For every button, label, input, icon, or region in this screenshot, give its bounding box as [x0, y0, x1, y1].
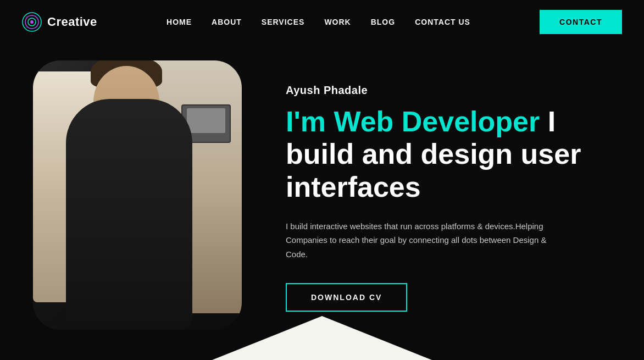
nav-links: HOME ABOUT SERVICES WORK BLOG CONTACT US [166, 17, 470, 27]
nav-item-services[interactable]: SERVICES [262, 18, 305, 26]
nav-item-about[interactable]: ABOUT [212, 18, 242, 26]
navbar: Creative HOME ABOUT SERVICES WORK BLOG C… [0, 0, 644, 44]
nav-item-contact-us[interactable]: CONTACT US [415, 18, 470, 26]
logo-text: Creative [47, 15, 97, 29]
intercom-screen [187, 108, 225, 133]
download-cv-button[interactable]: DOWNLOAD CV [286, 283, 407, 312]
spiral-icon [22, 12, 42, 32]
nav-item-home[interactable]: HOME [166, 18, 192, 26]
nav-item-blog[interactable]: BLOG [371, 18, 395, 26]
logo[interactable]: Creative [22, 12, 97, 32]
hero-name: Ayush Phadale [286, 84, 611, 97]
hero-content: Ayush Phadale I'm Web Developer I build … [286, 79, 611, 312]
hero-title-rest2: interfaces [286, 171, 421, 203]
hero-title: I'm Web Developer I build and design use… [286, 106, 611, 204]
nav-item-work[interactable]: WORK [324, 18, 351, 26]
hero-section: Ayush Phadale I'm Web Developer I build … [0, 44, 644, 330]
hero-title-pipe: I [548, 106, 556, 137]
hero-title-highlight: I'm Web Developer [286, 106, 540, 137]
profile-image-container [33, 60, 242, 330]
hero-title-rest: build and design user [286, 138, 581, 170]
svg-point-3 [30, 20, 34, 24]
person-body [66, 99, 192, 330]
bottom-decoration [212, 316, 432, 360]
profile-image [33, 60, 242, 330]
contact-button[interactable]: CONTACT [540, 10, 622, 34]
hero-description: I build interactive websites that run ac… [286, 219, 560, 262]
